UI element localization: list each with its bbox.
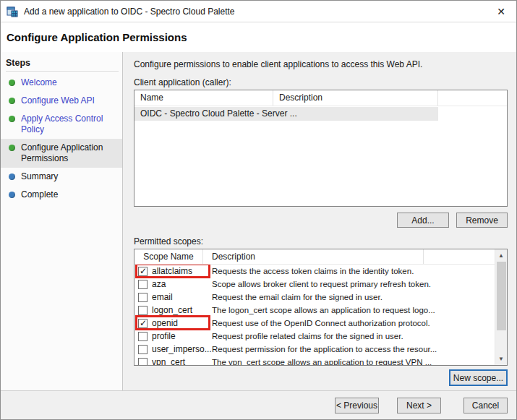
add-button[interactable]: Add...: [397, 213, 449, 228]
client-table-header: Name Description: [134, 90, 507, 106]
scopes-column-description[interactable]: Description: [203, 249, 424, 264]
remove-button[interactable]: Remove: [456, 213, 508, 228]
scope-name: profile: [152, 331, 176, 341]
step-bullet-icon: [9, 98, 15, 104]
sidebar-step-welcome[interactable]: Welcome: [1, 74, 122, 92]
scope-checkbox[interactable]: [138, 332, 148, 341]
scope-row-email[interactable]: emailRequest the email claim for the sig…: [134, 291, 507, 304]
scope-name: email: [152, 292, 173, 302]
scope-checkbox[interactable]: [138, 293, 148, 302]
scope-row-aza[interactable]: azaScope allows broker client to request…: [134, 278, 507, 291]
scopes-scrollbar[interactable]: ▲ ▼: [495, 249, 507, 365]
client-application-label: Client application (caller):: [134, 77, 516, 87]
cancel-button[interactable]: Cancel: [463, 398, 508, 413]
sidebar-step-configure-application-permissions[interactable]: Configure Application Permissions: [1, 139, 122, 168]
scope-checkbox[interactable]: [138, 358, 148, 366]
scope-name-cell: user_imperso...: [134, 344, 203, 354]
scope-name: logon_cert: [152, 305, 192, 315]
previous-button[interactable]: < Previous: [335, 398, 379, 413]
intro-text: Configure permissions to enable client a…: [134, 59, 516, 69]
close-icon[interactable]: ✕: [493, 4, 509, 20]
next-button[interactable]: Next >: [397, 398, 441, 413]
scope-checkbox[interactable]: [138, 345, 148, 354]
step-label: Configure Web API: [21, 95, 95, 106]
scopes-column-name[interactable]: Scope Name: [134, 249, 203, 264]
step-label: Complete: [21, 189, 58, 200]
scope-description: The vpn_cert scope allows an application…: [203, 358, 507, 365]
footer-bar: < Previous Next > Cancel: [1, 390, 516, 419]
scope-row-allatclaims[interactable]: allatclaimsRequests the access token cla…: [134, 265, 507, 278]
client-column-description[interactable]: Description: [273, 90, 438, 106]
scope-checkbox[interactable]: [138, 280, 148, 289]
sidebar-step-summary[interactable]: Summary: [1, 168, 122, 186]
steps-heading: Steps: [1, 56, 122, 71]
scope-description: Request the email claim for the signed i…: [203, 293, 507, 301]
client-application-row[interactable]: OIDC - Spectro Cloud Palette - Server ..…: [134, 107, 438, 121]
scroll-thumb[interactable]: [497, 262, 506, 330]
scope-name-cell: aza: [134, 279, 203, 289]
step-bullet-icon: [9, 192, 15, 198]
scope-description: Request use of the OpenID Connect author…: [203, 319, 507, 327]
steps-sidebar: Steps WelcomeConfigure Web APIApply Acce…: [1, 52, 123, 390]
scope-name-cell: email: [134, 292, 203, 302]
new-scope-button[interactable]: New scope...: [449, 369, 508, 386]
client-application-table: Name Description OIDC - Spectro Cloud Pa…: [134, 90, 508, 207]
scope-description: The logon_cert scope allows an applicati…: [203, 306, 507, 314]
scope-row-openid[interactable]: openidRequest use of the OpenID Connect …: [134, 317, 507, 330]
scope-name: allatclaims: [152, 266, 192, 276]
steps-divider: [6, 71, 119, 72]
steps-list: WelcomeConfigure Web APIApply Access Con…: [1, 74, 122, 204]
scope-name-cell: logon_cert: [134, 305, 203, 315]
permitted-scopes-label: Permitted scopes:: [134, 236, 516, 247]
scope-name: vpn_cert: [152, 357, 185, 365]
application-icon: [7, 6, 18, 17]
scope-checkbox[interactable]: [138, 306, 148, 315]
scroll-down-icon[interactable]: ▼: [495, 353, 508, 365]
client-column-name[interactable]: Name: [134, 90, 273, 106]
scroll-up-icon[interactable]: ▲: [495, 249, 508, 262]
page-header: Configure Application Permissions: [1, 22, 516, 52]
scope-name-cell: openid: [134, 318, 203, 328]
step-label: Welcome: [21, 77, 57, 88]
window-title: Add a new application to OIDC - Spectro …: [24, 7, 487, 17]
scopes-table-header: Scope Name Description: [134, 249, 507, 265]
step-label: Configure Application Permissions: [21, 142, 118, 164]
scope-description: Request profile related claims for the s…: [203, 332, 507, 340]
step-bullet-icon: [9, 116, 15, 122]
scope-row-logon-cert[interactable]: logon_certThe logon_cert scope allows an…: [134, 304, 507, 317]
sidebar-step-complete[interactable]: Complete: [1, 186, 122, 204]
wizard-window: Add a new application to OIDC - Spectro …: [0, 0, 517, 420]
step-bullet-icon: [9, 80, 15, 86]
scope-name: aza: [152, 279, 166, 289]
scope-row-profile[interactable]: profileRequest profile related claims fo…: [134, 330, 507, 343]
sidebar-step-apply-access-control-policy[interactable]: Apply Access Control Policy: [1, 110, 122, 139]
scope-description: Scope allows broker client to request pr…: [203, 280, 507, 288]
scope-description: Requests the access token claims in the …: [203, 267, 507, 275]
sidebar-step-configure-web-api[interactable]: Configure Web API: [1, 92, 122, 110]
scope-description: Request permission for the application t…: [203, 345, 507, 353]
scope-checkbox[interactable]: [138, 319, 148, 328]
scope-name-cell: allatclaims: [134, 266, 203, 276]
page-title: Configure Application Permissions: [7, 31, 187, 43]
step-label: Apply Access Control Policy: [21, 113, 118, 135]
scope-name: openid: [152, 318, 178, 328]
scope-checkbox[interactable]: [138, 267, 148, 276]
scope-row-user-imperso-[interactable]: user_imperso...Request permission for th…: [134, 343, 507, 356]
scope-row-vpn-cert[interactable]: vpn_certThe vpn_cert scope allows an app…: [134, 356, 507, 365]
scope-name-cell: profile: [134, 331, 203, 341]
content-pane: Configure permissions to enable client a…: [123, 52, 516, 390]
title-bar: Add a new application to OIDC - Spectro …: [1, 1, 516, 22]
permitted-scopes-table: Scope Name Description allatclaimsReques…: [134, 249, 508, 366]
scope-name-cell: vpn_cert: [134, 357, 203, 365]
step-label: Summary: [21, 171, 58, 182]
step-bullet-icon: [9, 145, 15, 151]
step-bullet-icon: [9, 173, 15, 180]
